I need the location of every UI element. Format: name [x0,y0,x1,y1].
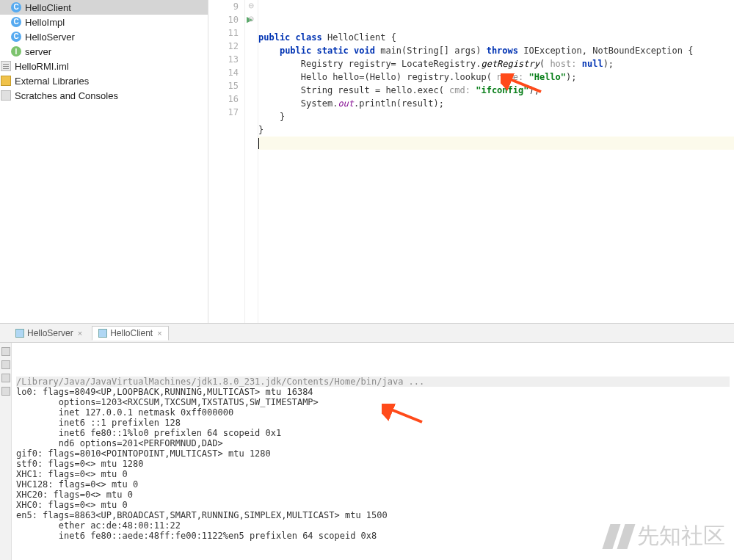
code-line[interactable]: public class HelloClient { [258,31,734,44]
editor-gutter: 91011121314151617 [208,0,245,323]
console-line: XHC0: flags=0<> mtu 0 [16,500,730,510]
tree-item-server[interactable]: Iserver [0,44,208,59]
console-toolbar[interactable] [0,343,12,560]
fold-gutter: ⊖▶⊖ [245,0,258,323]
class-icon: C [10,31,22,43]
lib-icon [0,75,12,87]
code-line[interactable]: } [258,123,734,137]
interface-icon: I [10,46,22,57]
run-tab-label: HelloClient [110,328,153,338]
code-line[interactable]: Registry registry= LocateRegistry.getReg… [258,57,734,70]
console-line: gif0: flags=8010<POINTOPOINT,MULTICAST> … [16,448,730,459]
line-number: 9 [208,0,244,13]
tree-item-label: External Libraries [15,76,89,87]
fold-icon[interactable]: ⊖ [248,15,254,23]
line-number: 14 [208,66,244,79]
console-line: en5: flags=8863<UP,BROADCAST,SMART,RUNNI… [16,510,730,520]
console-line: nd6 options=201<PERFORMNUD,DAD> [16,438,730,448]
project-tree[interactable]: CHelloClientCHelloImplCHelloServerIserve… [0,0,208,323]
console-line: lo0: flags=8049<UP,LOOPBACK,RUNNING,MULT… [16,387,730,397]
code-area[interactable]: public class HelloClient { public static… [258,0,734,323]
console-line: inet 127.0.0.1 netmask 0xff000000 [16,407,730,418]
code-editor[interactable]: 91011121314151617 ⊖▶⊖ public class Hello… [208,0,734,323]
tree-item-label: Scratches and Consoles [15,90,118,101]
run-tool-window[interactable]: HelloServer×HelloClient× /Library/Java/J… [0,323,734,560]
console-line: options=1203<RXCSUM,TXCSUM,TXSTATUS,SW_T… [16,397,730,407]
tree-item-label: server [25,46,51,57]
run-config-icon [15,329,24,338]
rerun-icon[interactable] [1,347,10,356]
line-number: 12 [208,40,244,53]
tree-item-hellormi-iml[interactable]: HelloRMI.iml [0,59,208,73]
console-line: inet6 fe80::1%lo0 prefixlen 64 scopeid 0… [16,428,730,438]
console-output[interactable]: /Library/Java/JavaVirtualMachines/jdk1.8… [12,343,734,560]
tree-item-helloimpl[interactable]: CHelloImpl [0,15,208,29]
line-number: 16 [208,92,244,106]
tree-item-scratches-and-consoles[interactable]: Scratches and Consoles [0,88,208,103]
code-line[interactable]: } [258,110,734,123]
console-command: /Library/Java/JavaVirtualMachines/jdk1.8… [16,377,730,387]
code-line[interactable] [258,137,734,150]
tree-item-helloserver[interactable]: CHelloServer [0,29,208,44]
code-line[interactable]: String result = hello.exec( cmd: "ifconf… [258,84,734,97]
run-tab-helloserver[interactable]: HelloServer× [9,326,89,341]
run-config-icon [98,329,107,338]
tree-item-label: HelloClient [25,2,71,13]
line-number: 17 [208,106,244,119]
run-tab-helloclient[interactable]: HelloClient× [92,326,168,341]
xml-icon [0,60,12,72]
run-tabs[interactable]: HelloServer×HelloClient× [0,324,734,343]
line-number: 11 [208,26,244,40]
class-icon: C [10,1,22,13]
console-line: inet6 fe80::aede:48ff:fe00:1122%en5 pref… [16,531,730,541]
class-icon: C [10,16,22,28]
tree-item-label: HelloServer [25,32,75,43]
close-icon[interactable]: × [157,329,161,338]
code-line[interactable]: public static void main(String[] args) t… [258,44,734,57]
line-number: 10 [208,13,244,26]
console-line: ether ac:de:48:00:11:22 [16,520,730,531]
line-number: 13 [208,53,244,66]
tree-item-helloclient[interactable]: CHelloClient [0,0,208,15]
code-line[interactable]: Hello hello=(Hello) registry.lookup( nam… [258,70,734,84]
console-line: stf0: flags=0<> mtu 1280 [16,459,730,469]
console-line: VHC128: flags=0<> mtu 0 [16,479,730,490]
tree-item-label: HelloImpl [25,17,65,28]
tree-item-label: HelloRMI.iml [15,61,69,72]
console-line: XHC20: flags=0<> mtu 0 [16,490,730,500]
console-line: XHC1: flags=0<> mtu 0 [16,469,730,479]
scratch-icon [0,90,12,101]
close-icon[interactable]: × [78,329,82,338]
run-tab-label: HelloServer [27,328,73,338]
fold-icon[interactable]: ⊖ [248,1,254,10]
line-number: 15 [208,79,244,92]
text-caret [258,138,259,149]
tree-item-external-libraries[interactable]: External Libraries [0,73,208,88]
layout-icon[interactable] [1,374,10,382]
filter-icon[interactable] [1,387,10,396]
stop-icon[interactable] [1,360,10,369]
console-line: inet6 ::1 prefixlen 128 [16,418,730,428]
code-line[interactable]: System.out.println(result); [258,97,734,110]
